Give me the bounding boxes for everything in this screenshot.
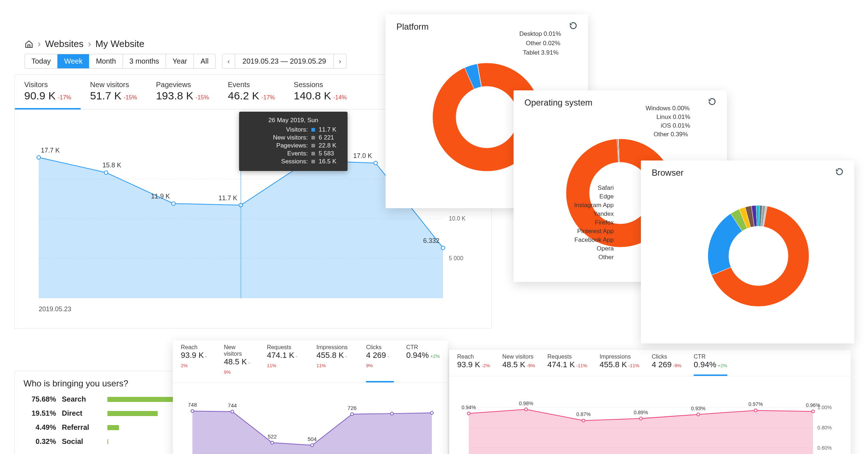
svg-text:0.87%: 0.87% (576, 411, 591, 417)
svg-point-50 (582, 419, 585, 422)
stat-visitors[interactable]: Visitors 90.9 K-17% (15, 75, 81, 109)
svg-point-8 (104, 171, 108, 174)
svg-point-48 (525, 408, 528, 411)
substat-reach[interactable]: Reach 93.9 K-2% (457, 354, 490, 372)
range-tab-3-months[interactable]: 3 months (123, 54, 166, 68)
svg-text:726: 726 (348, 405, 357, 411)
prev-range-button[interactable]: ‹ (222, 54, 235, 68)
substat-new-visitors[interactable]: New visitors 48.5 K-9% (224, 344, 255, 379)
svg-text:744: 744 (228, 402, 237, 408)
svg-text:0.96%: 0.96% (806, 402, 820, 408)
daterange-display[interactable]: 2019.05.23 — 2019.05.29 (235, 54, 333, 68)
svg-point-6 (37, 156, 41, 159)
svg-text:0.98%: 0.98% (519, 401, 533, 406)
svg-text:15.8 K: 15.8 K (102, 162, 121, 169)
svg-point-52 (639, 417, 642, 420)
substat-impressions[interactable]: Impressions 455.8 K-11% (600, 354, 639, 372)
svg-point-26 (350, 413, 353, 416)
svg-text:748: 748 (188, 402, 197, 408)
ctr-stats-row: Reach 93.9 K-2%New visitors 48.5 K-9%Req… (449, 350, 851, 376)
stat-events[interactable]: Events 46.2 K-17% (218, 75, 284, 109)
browser-donut[interactable]: SafariEdgeInstagram AppYandexFirefoxPint… (650, 180, 846, 325)
breadcrumb-websites[interactable]: Websites (45, 38, 84, 50)
svg-point-22 (191, 410, 194, 412)
daterange-tabs: TodayWeekMonth3 monthsYearAll (25, 54, 216, 69)
svg-point-58 (812, 410, 814, 413)
breadcrumb-sep: › (88, 38, 91, 50)
svg-text:0.93%: 0.93% (691, 406, 706, 411)
chart-tooltip: 26 May 2019, SunVisitors:11.7 KNew visit… (239, 112, 348, 171)
substat-ctr[interactable]: CTR 0.94%+2% (694, 354, 727, 372)
clicks-chart[interactable]: 7487445225047262019.05.232019.05.26 (173, 383, 448, 454)
ctr-chart[interactable]: 0.20%0.40%0.60%0.80%1.00%0.94%0.98%0.87%… (449, 376, 851, 454)
svg-text:11.9 K: 11.9 K (151, 193, 170, 200)
substat-clicks[interactable]: Clicks 4 269-9% (652, 354, 681, 372)
platform-title: Platform (396, 22, 429, 32)
svg-point-25 (311, 444, 314, 447)
svg-text:0.94%: 0.94% (461, 404, 476, 410)
svg-point-27 (391, 412, 393, 415)
svg-text:0.89%: 0.89% (634, 410, 648, 415)
reload-icon[interactable] (835, 168, 843, 178)
svg-text:522: 522 (268, 433, 277, 440)
svg-text:504: 504 (307, 436, 316, 442)
range-tab-today[interactable]: Today (25, 54, 58, 68)
stat-sessions[interactable]: Sessions 140.8 K-14% (284, 75, 356, 109)
svg-text:5 000: 5 000 (449, 255, 463, 261)
svg-point-23 (231, 410, 234, 413)
range-tab-all[interactable]: All (194, 54, 215, 68)
ctr-card: Reach 93.9 K-2%New visitors 48.5 K-9%Req… (449, 350, 851, 454)
stat-pageviews[interactable]: Pageviews 193.8 K-15% (146, 75, 218, 109)
clicks-card: Reach 93.9 K-2%New visitors 48.5 K-9%Req… (173, 340, 448, 454)
browser-title: Browser (652, 168, 684, 178)
substat-ctr[interactable]: CTR 0.94%+2% (406, 344, 440, 379)
svg-point-28 (430, 411, 433, 414)
svg-point-46 (467, 412, 470, 415)
svg-point-18 (441, 246, 445, 250)
os-title: Operating system (524, 98, 592, 108)
reload-icon[interactable] (569, 22, 577, 32)
reload-icon[interactable] (708, 98, 716, 108)
svg-point-24 (271, 441, 274, 444)
next-range-button[interactable]: › (333, 54, 346, 68)
svg-text:0.80%: 0.80% (817, 425, 832, 431)
substat-reach[interactable]: Reach 93.9 K-2% (181, 344, 212, 379)
daterange-nav: ‹ 2019.05.23 — 2019.05.29 › (222, 54, 347, 69)
svg-point-54 (697, 413, 700, 416)
svg-text:0.97%: 0.97% (748, 401, 763, 407)
svg-text:11.7 K: 11.7 K (218, 194, 237, 202)
svg-point-16 (374, 161, 378, 165)
svg-text:10.0 K: 10.0 K (449, 215, 466, 222)
breadcrumb-site[interactable]: My Website (95, 38, 144, 50)
substat-new-visitors[interactable]: New visitors 48.5 K-9% (502, 354, 535, 372)
svg-text:17.0 K: 17.0 K (353, 152, 372, 159)
substat-impressions[interactable]: Impressions 455.8 K-11% (316, 344, 354, 379)
breadcrumb-sep: › (38, 38, 41, 50)
svg-text:17.7 K: 17.7 K (41, 147, 60, 154)
svg-text:0.60%: 0.60% (817, 445, 832, 451)
substat-requests[interactable]: Requests 474.1 K-11% (267, 344, 304, 379)
browser-card: Browser SafariEdgeInstagram AppYandexFir… (641, 160, 854, 343)
stat-new-visitors[interactable]: New visitors 51.7 K-15% (81, 75, 146, 109)
substat-clicks[interactable]: Clicks 4 269-9% (366, 344, 394, 379)
svg-text:2019.05.23: 2019.05.23 (39, 305, 71, 313)
svg-text:6.332: 6.332 (423, 237, 439, 244)
home-icon[interactable] (25, 40, 33, 48)
range-tab-week[interactable]: Week (58, 54, 89, 68)
range-tab-month[interactable]: Month (89, 54, 123, 68)
substat-requests[interactable]: Requests 474.1 K-11% (547, 354, 587, 372)
range-tab-year[interactable]: Year (166, 54, 194, 68)
svg-point-10 (172, 202, 175, 205)
clicks-stats-row: Reach 93.9 K-2%New visitors 48.5 K-9%Req… (173, 340, 448, 383)
svg-point-56 (754, 409, 757, 412)
